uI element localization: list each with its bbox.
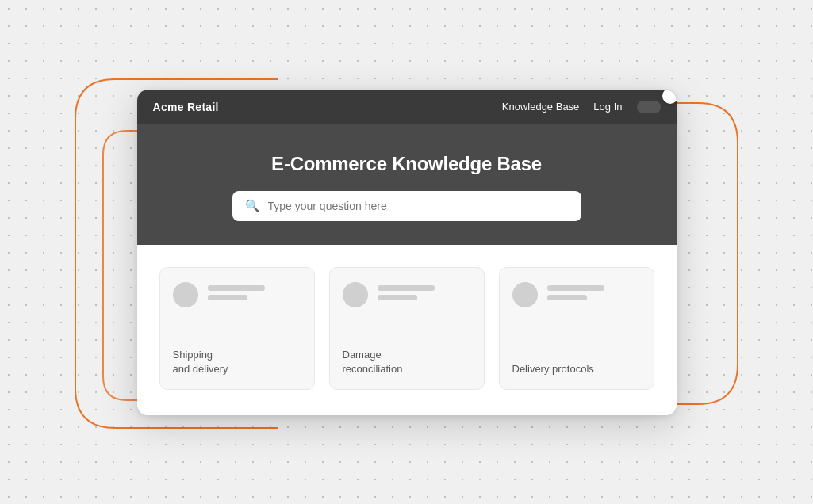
card-avatar [512, 282, 538, 307]
card-label: Delivery protocols [512, 362, 641, 376]
cards-section: Shippingand delivery Damagereconciliatio… [137, 245, 677, 415]
theme-toggle[interactable] [637, 101, 661, 113]
card-lines [547, 282, 604, 300]
card-header [343, 282, 471, 307]
search-bar[interactable]: 🔍 [232, 191, 581, 221]
browser-window: Acme Retail Knowledge Base Log In E-Comm… [137, 90, 677, 415]
card-line-short [208, 295, 247, 300]
card-avatar [173, 282, 198, 307]
toggle-track[interactable] [637, 101, 661, 113]
search-input[interactable] [268, 200, 569, 212]
card-line-short [378, 295, 417, 300]
damage-reconciliation-card[interactable]: Damagereconciliation [329, 267, 485, 390]
shipping-and-delivery-card[interactable]: Shippingand delivery [159, 267, 315, 390]
knowledge-base-nav-link[interactable]: Knowledge Base [502, 101, 580, 113]
card-header [512, 282, 641, 307]
nav-bar: Acme Retail Knowledge Base Log In [137, 90, 677, 124]
card-line-long [378, 285, 435, 291]
delivery-protocols-card[interactable]: Delivery protocols [499, 267, 654, 390]
search-icon: 🔍 [245, 199, 260, 213]
card-line-long [208, 285, 265, 291]
card-lines [378, 282, 435, 300]
card-header [173, 282, 301, 307]
card-line-short [547, 295, 587, 300]
nav-right: Knowledge Base Log In [502, 101, 661, 113]
login-nav-link[interactable]: Log In [593, 101, 622, 113]
hero-section: E-Commerce Knowledge Base 🔍 [137, 124, 677, 245]
card-lines [208, 282, 265, 300]
card-label: Damagereconciliation [343, 348, 471, 376]
card-avatar [343, 282, 368, 307]
card-line-long [547, 285, 604, 291]
card-label: Shippingand delivery [173, 348, 301, 376]
hero-title: E-Commerce Knowledge Base [271, 153, 542, 175]
toggle-thumb [662, 90, 677, 104]
nav-logo: Acme Retail [153, 101, 219, 113]
